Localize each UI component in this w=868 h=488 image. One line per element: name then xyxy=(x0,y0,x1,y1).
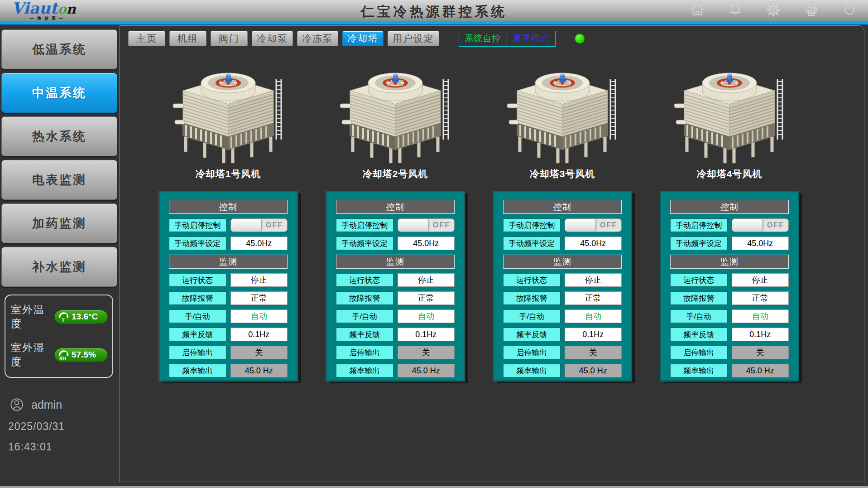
gear-icon[interactable] xyxy=(765,1,782,19)
tab-units[interactable]: 机组 xyxy=(169,31,206,46)
running-status-label: 运行状态 xyxy=(503,273,561,287)
tab-cooling-pump[interactable]: 冷却泵 xyxy=(252,31,293,46)
sidebar-item-makeup-water-monitor[interactable]: 补水监测 xyxy=(1,247,117,287)
tab-home[interactable]: 主页 xyxy=(128,31,165,46)
tower-control-panel: 控制 手动启停控制 OFF 手动频率设定 45.0Hz 监测 运行状态 停止 故… xyxy=(326,191,465,381)
scada-screen: Viauton —炜创通— 仁宝冷热源群控系统 xyxy=(0,0,868,488)
panel-row-start-stop-output: 启停输出 关 xyxy=(169,346,288,359)
manual-frequency-input[interactable]: 45.0Hz xyxy=(230,237,288,250)
toggle-knob[interactable] xyxy=(231,219,262,232)
panel-row-frequency-feedback: 频率反馈 0.1Hz xyxy=(169,328,288,341)
frequency-feedback-value: 0.1Hz xyxy=(732,328,789,341)
home-icon[interactable] xyxy=(689,1,706,19)
sidebar-item-hot-water-system[interactable]: 热水系统 xyxy=(1,116,117,156)
manual-start-stop-toggle[interactable]: OFF xyxy=(398,218,455,232)
fault-alarm-value: 正常 xyxy=(565,291,622,305)
frequency-feedback-value: 0.1Hz xyxy=(230,328,288,341)
cooling-tower-image xyxy=(332,57,458,168)
manual-frequency-label: 手动频率设定 xyxy=(169,237,226,250)
fault-alarm-label: 故障报警 xyxy=(670,291,728,305)
tower-control-panel: 控制 手动启停控制 OFF 手动频率设定 45.0Hz 监测 运行状态 停止 故… xyxy=(493,191,632,381)
printer-icon[interactable] xyxy=(803,1,820,19)
manual-start-stop-toggle[interactable]: OFF xyxy=(230,218,288,232)
tab-chilled-pump[interactable]: 冷冻泵 xyxy=(297,31,338,46)
fault-alarm-value: 正常 xyxy=(732,291,789,305)
cooling-tower-unit: 冷却塔4号风机 控制 手动启停控制 OFF 手动频率设定 45.0Hz 监测 运… xyxy=(660,57,799,381)
tab-valves[interactable]: 阀门 xyxy=(211,31,248,46)
manual-start-stop-label: 手动启停控制 xyxy=(169,218,226,232)
running-status-label: 运行状态 xyxy=(336,273,393,287)
bell-icon[interactable] xyxy=(727,1,744,19)
sidebar-item-power-meter-monitor[interactable]: 电表监测 xyxy=(1,160,117,200)
outdoor-humidity-value: RH 57.5% xyxy=(54,348,108,362)
frequency-output-label: 频率输出 xyxy=(670,364,728,377)
power-icon[interactable] xyxy=(841,1,858,19)
current-date: 2025/03/31 xyxy=(8,420,120,433)
user-icon xyxy=(9,397,24,412)
sidebar-item-mid-temp-system[interactable]: 中温系统 xyxy=(1,73,117,113)
manual-frequency-label: 手动频率设定 xyxy=(336,237,393,250)
toggle-knob[interactable] xyxy=(565,219,596,232)
hand-auto-mode-label: 手/自动 xyxy=(670,309,728,323)
control-section-header: 控制 xyxy=(670,200,789,214)
panel-row-running-status: 运行状态 停止 xyxy=(670,273,789,287)
system-auto-indicator[interactable]: 系统自控 xyxy=(459,31,507,46)
panel-row-manual-start-stop: 手动启停控制 OFF xyxy=(670,218,789,232)
panel-row-running-status: 运行状态 停止 xyxy=(336,273,455,287)
panel-row-fault-alarm: 故障报警 正常 xyxy=(336,291,455,305)
frequency-feedback-value: 0.1Hz xyxy=(398,328,455,341)
manual-start-stop-label: 手动启停控制 xyxy=(336,218,393,232)
frequency-feedback-label: 频率反馈 xyxy=(670,328,728,341)
control-section-header: 控制 xyxy=(336,200,455,214)
toggle-state-text: OFF xyxy=(596,219,621,232)
fault-alarm-value: 正常 xyxy=(398,291,455,305)
sidebar-item-low-temp-system[interactable]: 低温系统 xyxy=(1,29,117,69)
frequency-output-label: 频率输出 xyxy=(336,364,393,377)
panel-row-frequency-output: 频率输出 45.0 Hz xyxy=(503,364,622,377)
manual-start-stop-toggle[interactable]: OFF xyxy=(565,218,622,232)
outdoor-humidity-label: 室外湿度 xyxy=(11,341,49,369)
username: admin xyxy=(31,398,62,411)
panel-row-start-stop-output: 启停输出 关 xyxy=(336,346,455,359)
content-area: 主页 机组 阀门 冷却泵 冷冻泵 冷却塔 用户设定 系统自控 夏季模式 冷却塔1… xyxy=(120,25,864,482)
cooling-tower-image xyxy=(499,57,625,168)
tab-cooling-tower[interactable]: 冷却塔 xyxy=(342,31,384,46)
tower-caption: 冷却塔4号风机 xyxy=(697,168,762,180)
manual-frequency-input[interactable]: 45.0Hz xyxy=(565,237,622,250)
running-status-value: 停止 xyxy=(230,273,288,287)
toggle-knob[interactable] xyxy=(398,219,429,232)
sidebar-item-dosing-monitor[interactable]: 加药监测 xyxy=(1,203,117,243)
manual-frequency-input[interactable]: 45.0Hz xyxy=(398,237,455,250)
panel-row-frequency-feedback: 频率反馈 0.1Hz xyxy=(503,328,622,341)
panel-row-hand-auto-mode: 手/自动 自动 xyxy=(336,309,455,323)
outdoor-temperature-label: 室外温度 xyxy=(11,303,49,331)
toggle-knob[interactable] xyxy=(732,219,763,232)
start-stop-output-label: 启停输出 xyxy=(670,346,728,359)
frequency-feedback-label: 频率反馈 xyxy=(336,328,393,341)
monitor-section-header: 监测 xyxy=(503,255,622,269)
frequency-feedback-value: 0.1Hz xyxy=(565,328,622,341)
manual-start-stop-toggle[interactable]: OFF xyxy=(732,218,789,232)
season-mode-indicator[interactable]: 夏季模式 xyxy=(507,31,555,46)
panel-row-manual-start-stop: 手动启停控制 OFF xyxy=(169,218,288,232)
current-time: 16:43:01 xyxy=(8,441,120,453)
monitor-section-header: 监测 xyxy=(336,255,455,269)
tower-caption: 冷却塔1号风机 xyxy=(196,168,261,180)
running-status-label: 运行状态 xyxy=(169,273,226,287)
panel-row-frequency-feedback: 频率反馈 0.1Hz xyxy=(670,328,789,341)
manual-frequency-label: 手动频率设定 xyxy=(503,237,561,250)
start-stop-output-value: 关 xyxy=(565,346,622,359)
manual-frequency-input[interactable]: 45.0Hz xyxy=(732,237,789,250)
cooling-tower-image xyxy=(667,57,792,168)
panel-row-hand-auto-mode: 手/自动 自动 xyxy=(169,309,288,323)
start-stop-output-label: 启停输出 xyxy=(169,346,226,359)
topbar: Viauton —炜创通— 仁宝冷热源群控系统 xyxy=(0,0,868,21)
panel-row-frequency-output: 频率输出 45.0 Hz xyxy=(670,364,789,377)
gauge-icon: T xyxy=(58,311,70,323)
gauge-icon: RH xyxy=(58,349,70,361)
tab-user-settings[interactable]: 用户设定 xyxy=(388,31,439,46)
manual-start-stop-label: 手动启停控制 xyxy=(670,218,728,232)
panel-row-fault-alarm: 故障报警 正常 xyxy=(503,291,622,305)
manual-frequency-label: 手动频率设定 xyxy=(670,237,728,250)
running-status-value: 停止 xyxy=(732,273,789,287)
